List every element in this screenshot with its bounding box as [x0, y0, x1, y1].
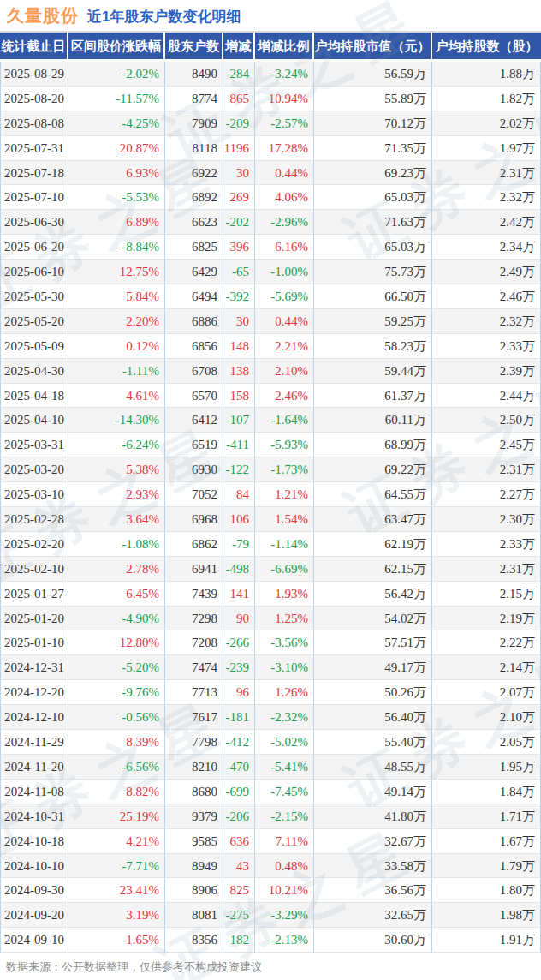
- cell-delta-pct: -6.69%: [255, 557, 314, 582]
- cell-avg-value: 65.03万: [314, 235, 432, 260]
- cell-date: 2025-01-20: [0, 607, 68, 631]
- table-row: 2025-01-276.45%74391411.93%56.42万2.15万: [0, 582, 541, 607]
- table-row: 2025-06-20-8.84%68253966.16%65.03万2.34万: [0, 235, 541, 260]
- cell-date: 2024-10-10: [0, 854, 68, 879]
- cell-avg-shares: 2.19万: [432, 607, 541, 631]
- cell-delta-pct: -1.73%: [255, 457, 314, 482]
- cell-avg-shares: 2.31万: [432, 457, 541, 482]
- table-row: 2025-07-186.93%6922300.44%69.23万2.31万: [0, 161, 541, 186]
- cell-price-change: -1.08%: [68, 532, 165, 557]
- cell-delta-pct: 17.28%: [255, 136, 314, 161]
- cell-avg-value: 48.55万: [314, 755, 432, 780]
- table-row: 2025-03-205.38%6930-122-1.73%69.22万2.31万: [0, 457, 541, 482]
- cell-delta: 84: [223, 482, 255, 507]
- cell-price-change: -8.84%: [68, 235, 165, 260]
- cell-price-change: -6.56%: [68, 755, 165, 780]
- cell-date: 2025-05-20: [0, 309, 68, 334]
- cell-delta-pct: -5.69%: [255, 284, 314, 309]
- table-row: 2024-11-20-6.56%8210-470-5.41%48.55万1.95…: [0, 755, 541, 780]
- table-row: 2025-08-08-4.25%7909-209-2.57%70.12万2.02…: [0, 111, 541, 136]
- data-source-note: 数据来源：公开数据整理，仅供参考不构成投资建议: [6, 959, 262, 975]
- cell-delta: -206: [223, 804, 255, 829]
- cell-price-change: 1.65%: [68, 928, 165, 953]
- cell-price-change: 3.64%: [68, 507, 165, 532]
- cell-avg-shares: 2.32万: [432, 185, 541, 210]
- cell-delta: 90: [223, 607, 255, 631]
- cell-date: 2024-11-08: [0, 780, 68, 804]
- cell-date: 2025-04-18: [0, 384, 68, 409]
- cell-avg-shares: 2.30万: [432, 507, 541, 532]
- cell-holders: 6941: [165, 557, 223, 582]
- cell-price-change: -2.02%: [68, 62, 165, 87]
- cell-date: 2025-07-31: [0, 136, 68, 161]
- cell-price-change: 5.38%: [68, 457, 165, 482]
- cell-delta: -412: [223, 730, 255, 755]
- cell-price-change: -1.11%: [68, 359, 165, 384]
- cell-avg-shares: 1.95万: [432, 755, 541, 780]
- table-row: 2025-06-306.89%6623-202-2.96%71.63万2.42万: [0, 210, 541, 235]
- cell-avg-value: 62.15万: [314, 557, 432, 582]
- cell-holders: 6930: [165, 457, 223, 482]
- cell-delta: 30: [223, 161, 255, 186]
- cell-holders: 8081: [165, 903, 223, 928]
- cell-delta-pct: 2.21%: [255, 334, 314, 359]
- cell-holders: 8118: [165, 136, 223, 161]
- cell-date: 2025-02-28: [0, 507, 68, 532]
- cell-price-change: -5.53%: [68, 185, 165, 210]
- cell-price-change: 3.19%: [68, 903, 165, 928]
- cell-delta: 141: [223, 582, 255, 607]
- cell-delta-pct: -5.93%: [255, 433, 314, 457]
- cell-price-change: 5.84%: [68, 284, 165, 309]
- cell-delta-pct: -2.32%: [255, 705, 314, 730]
- cell-holders: 6886: [165, 309, 223, 334]
- table-row: 2024-10-10-7.71%8949430.48%33.58万1.79万: [0, 854, 541, 879]
- cell-holders: 6623: [165, 210, 223, 235]
- cell-delta: 865: [223, 87, 255, 111]
- cell-delta: 96: [223, 680, 255, 705]
- cell-delta-pct: -3.56%: [255, 630, 314, 655]
- cell-avg-value: 60.11万: [314, 408, 432, 433]
- cell-avg-shares: 2.45万: [432, 433, 541, 457]
- cell-delta-pct: 1.25%: [255, 607, 314, 631]
- cell-date: 2025-05-09: [0, 334, 68, 359]
- table-row: 2025-08-20-11.57%877486510.94%55.89万1.82…: [0, 87, 541, 111]
- cell-delta: -209: [223, 111, 255, 136]
- cell-delta: -275: [223, 903, 255, 928]
- cell-holders: 6494: [165, 284, 223, 309]
- cell-delta: 825: [223, 878, 255, 903]
- cell-date: 2024-10-18: [0, 829, 68, 854]
- cell-avg-shares: 2.34万: [432, 235, 541, 260]
- cell-date: 2024-12-31: [0, 655, 68, 680]
- cell-avg-shares: 2.33万: [432, 532, 541, 557]
- table-body: 2025-08-29-2.02%8490-284-3.24%56.59万1.88…: [0, 62, 541, 953]
- cell-delta-pct: 2.10%: [255, 359, 314, 384]
- cell-avg-value: 71.63万: [314, 210, 432, 235]
- cell-price-change: 2.93%: [68, 482, 165, 507]
- cell-avg-shares: 2.15万: [432, 582, 541, 607]
- cell-delta: -470: [223, 755, 255, 780]
- cell-holders: 7798: [165, 730, 223, 755]
- table-row: 2025-06-1012.75%6429-65-1.00%75.73万2.49万: [0, 260, 541, 284]
- cell-avg-value: 33.58万: [314, 854, 432, 879]
- cell-delta: -239: [223, 655, 255, 680]
- cell-delta: -411: [223, 433, 255, 457]
- cell-holders: 9379: [165, 804, 223, 829]
- cell-avg-shares: 2.31万: [432, 161, 541, 186]
- cell-price-change: -11.57%: [68, 87, 165, 111]
- cell-holders: 7208: [165, 630, 223, 655]
- cell-delta: -699: [223, 780, 255, 804]
- cell-holders: 8949: [165, 854, 223, 879]
- cell-avg-value: 59.44万: [314, 359, 432, 384]
- header-date: 统计截止日: [0, 33, 68, 59]
- cell-delta: 158: [223, 384, 255, 409]
- cell-avg-shares: 2.42万: [432, 210, 541, 235]
- cell-delta: -182: [223, 928, 255, 953]
- cell-avg-shares: 2.31万: [432, 557, 541, 582]
- cell-avg-shares: 2.33万: [432, 334, 541, 359]
- cell-holders: 8490: [165, 62, 223, 87]
- cell-price-change: -9.76%: [68, 680, 165, 705]
- cell-date: 2024-09-10: [0, 928, 68, 953]
- cell-date: 2025-07-10: [0, 185, 68, 210]
- cell-date: 2025-04-10: [0, 408, 68, 433]
- table-row: 2024-10-3125.19%9379-206-2.15%41.80万1.71…: [0, 804, 541, 829]
